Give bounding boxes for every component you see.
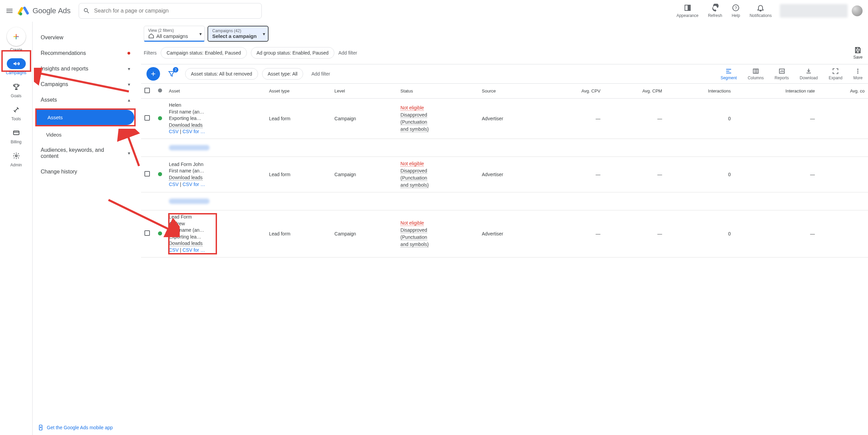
refresh-button[interactable]: Refresh <box>708 4 722 18</box>
hamburger-icon[interactable] <box>5 7 14 15</box>
col-status[interactable]: Status <box>397 84 478 99</box>
expand-button[interactable]: Expand <box>829 67 843 80</box>
nav-insights[interactable]: Insights and reports▾ <box>35 61 136 77</box>
col-avg-co[interactable]: Avg. co <box>818 84 868 99</box>
col-asset-type[interactable]: Asset type <box>265 84 331 99</box>
select-all-checkbox[interactable] <box>144 88 150 93</box>
dropdown-icon: ▾ <box>263 31 265 37</box>
rail-campaigns[interactable]: Campaigns <box>4 58 28 75</box>
col-avg-cpm[interactable]: Avg. CPM <box>604 84 666 99</box>
chevron-down-icon: ▾ <box>128 82 130 87</box>
add-filter-button[interactable]: Add filter <box>338 50 357 56</box>
svg-rect-7 <box>13 131 19 135</box>
nav-assets[interactable]: Assets <box>37 110 134 125</box>
nav-overview[interactable]: Overview <box>35 30 136 45</box>
asset-cell[interactable]: Lead FormAndrewFirst name (an…Exporting … <box>169 214 216 254</box>
col-interactions[interactable]: Interactions <box>666 84 734 99</box>
status-dot-icon <box>158 172 162 176</box>
chip-campaign-status[interactable]: Campaign status: Enabled, Paused <box>161 47 246 59</box>
account-info <box>780 4 848 18</box>
create-label: Create <box>10 47 22 52</box>
search-icon <box>83 7 90 15</box>
phone-icon <box>37 424 44 431</box>
appearance-icon <box>684 4 692 12</box>
nav-campaigns[interactable]: Campaigns▾ <box>35 77 136 92</box>
refresh-icon <box>711 4 719 12</box>
card-icon <box>13 129 20 137</box>
asset-cell[interactable]: Lead Form JohnFirst name (an…Download le… <box>169 161 216 188</box>
filter-button[interactable]: 2 <box>166 68 177 79</box>
nav-recommendations[interactable]: Recommendations <box>35 45 136 61</box>
nav-videos[interactable]: Videos <box>35 127 136 142</box>
toolbar-add-filter[interactable]: Add filter <box>311 71 330 77</box>
svg-point-16 <box>857 72 859 74</box>
more-button[interactable]: More <box>853 67 863 80</box>
chip-asset-status[interactable]: Asset status: All but removed <box>185 68 258 80</box>
chip-adgroup-status[interactable]: Ad group status: Enabled, Paused <box>251 47 334 59</box>
svg-text:?: ? <box>735 5 737 11</box>
svg-point-15 <box>857 70 859 72</box>
col-avg-cpv[interactable]: Avg. CPV <box>544 84 604 99</box>
chevron-up-icon: ▴ <box>128 97 130 103</box>
segment-icon <box>725 67 732 75</box>
segment-button[interactable]: Segment <box>721 67 737 80</box>
status-dot-icon <box>158 231 162 235</box>
svg-point-2 <box>19 13 22 16</box>
assets-table: Asset Asset type Level Status Source Avg… <box>141 84 868 257</box>
nav-audiences[interactable]: Audiences, keywords, and content▾ <box>35 142 136 164</box>
help-button[interactable]: ? Help <box>732 4 740 18</box>
notifications-button[interactable]: Notifications <box>750 4 772 18</box>
add-asset-button[interactable]: + <box>146 67 160 81</box>
table-row: Lead Form JohnFirst name (an…Download le… <box>141 157 868 192</box>
download-icon <box>805 67 812 75</box>
tools-icon <box>13 106 20 113</box>
rail-admin[interactable]: Admin <box>4 150 28 167</box>
svg-rect-10 <box>753 69 758 74</box>
chevron-down-icon: ▾ <box>128 150 130 156</box>
view-selector[interactable]: View (2 filters) All campaigns ▾ <box>144 26 205 42</box>
help-icon: ? <box>732 4 740 12</box>
row-checkbox[interactable] <box>144 230 150 236</box>
rail-goals[interactable]: Goals <box>4 81 28 98</box>
chip-asset-type[interactable]: Asset type: All <box>262 68 303 80</box>
mobile-app-link[interactable]: Get the Google Ads mobile app <box>37 424 113 431</box>
rail-tools[interactable]: Tools <box>4 104 28 121</box>
create-button[interactable]: + <box>7 27 26 46</box>
svg-point-9 <box>15 155 17 157</box>
home-icon <box>148 33 154 39</box>
status-dot-icon <box>158 116 162 120</box>
svg-point-14 <box>857 69 859 70</box>
asset-cell[interactable]: HelenFirst name (an…Exporting lea…Downlo… <box>169 102 216 135</box>
google-ads-logo-icon <box>18 5 30 17</box>
columns-button[interactable]: Columns <box>748 67 764 80</box>
main-content: View (2 filters) All campaigns ▾ Campaig… <box>138 22 868 435</box>
nav-change-history[interactable]: Change history <box>35 164 136 180</box>
col-source[interactable]: Source <box>478 84 544 99</box>
avatar[interactable] <box>852 5 863 16</box>
col-level[interactable]: Level <box>331 84 397 99</box>
col-interaction-rate[interactable]: Interaction rate <box>734 84 818 99</box>
rail-billing[interactable]: Billing <box>4 127 28 144</box>
filters-label: Filters <box>144 50 157 56</box>
search-box[interactable] <box>79 3 262 19</box>
appearance-button[interactable]: Appearance <box>676 4 698 18</box>
table-group-row <box>141 139 868 157</box>
table-group-row <box>141 192 868 210</box>
search-input[interactable] <box>94 8 257 14</box>
logo[interactable]: Google Ads <box>18 5 71 17</box>
gear-icon <box>13 152 20 160</box>
nav-assets-parent[interactable]: Assets▴ <box>35 92 136 108</box>
reports-button[interactable]: Reports <box>775 67 789 80</box>
row-checkbox[interactable] <box>144 171 150 177</box>
left-rail: + Create Campaigns Goals Tools Billing A… <box>0 22 33 435</box>
save-button[interactable]: Save <box>853 46 863 60</box>
side-nav: Overview Recommendations Insights and re… <box>33 22 138 435</box>
trophy-icon <box>13 83 20 90</box>
logo-text: Google Ads <box>33 6 71 15</box>
row-checkbox[interactable] <box>144 115 150 121</box>
svg-rect-4 <box>688 5 690 11</box>
download-button[interactable]: Download <box>800 67 818 80</box>
campaign-selector[interactable]: Campaigns (42) Select a campaign ▾ <box>208 26 269 42</box>
topbar: Google Ads Appearance Refresh ? Help Not… <box>0 0 868 22</box>
col-asset[interactable]: Asset <box>165 84 265 99</box>
